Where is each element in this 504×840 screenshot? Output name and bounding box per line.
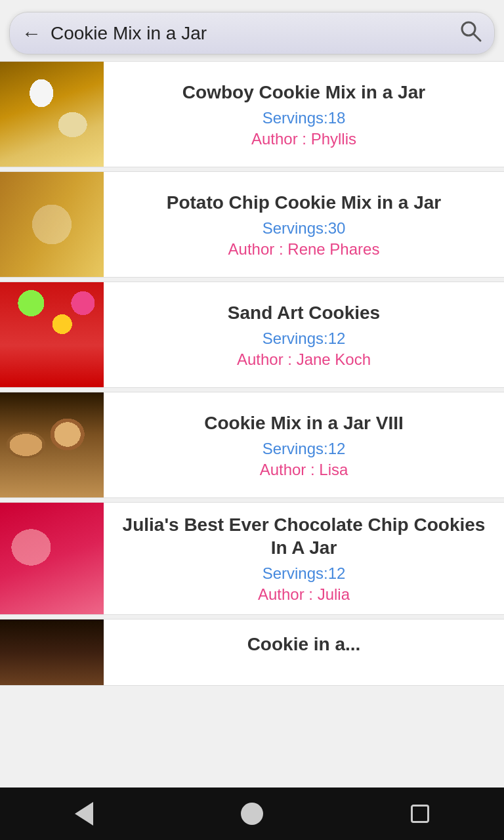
recipe-thumb-cowboy (0, 62, 104, 167)
recipe-item-last[interactable]: Cookie in a... (0, 619, 504, 686)
recipe-item-julia[interactable]: Julia's Best Ever Chocolate Chip Cookies… (0, 502, 504, 615)
recipe-servings-cowboy: Servings:18 (262, 109, 346, 127)
recipe-author-cowboy: Author : Phyllis (251, 130, 356, 148)
recipe-title-julia: Julia's Best Ever Chocolate Chip Cookies… (117, 513, 491, 559)
recipe-thumb-cookiemix8 (0, 392, 104, 497)
bottom-nav (0, 788, 504, 840)
recipe-info-last: Cookie in a... (104, 620, 504, 685)
nav-back-button[interactable] (64, 794, 104, 833)
svg-line-1 (474, 34, 480, 41)
search-query-text: Cookie Mix in a Jar (51, 23, 459, 44)
search-bar: ← Cookie Mix in a Jar (9, 12, 495, 54)
recipe-thumb-sandart (0, 282, 104, 387)
page-content: ← Cookie Mix in a Jar Cowboy Cookie Mix … (0, 12, 504, 749)
recipe-author-potato: Author : Rene Phares (228, 240, 380, 259)
recipe-info-cookiemix8: Cookie Mix in a Jar VIII Servings:12 Aut… (104, 392, 504, 497)
recipe-thumb-last (0, 620, 104, 685)
recipe-list: Cowboy Cookie Mix in a Jar Servings:18 A… (0, 61, 504, 690)
nav-home-button[interactable] (232, 794, 272, 833)
recipe-title-last: Cookie in a... (247, 633, 361, 656)
recipe-author-julia: Author : Julia (258, 585, 350, 604)
recipe-thumb-julia (0, 503, 104, 614)
recipe-author-sandart: Author : Jane Koch (237, 350, 371, 369)
recipe-info-sandart: Sand Art Cookies Servings:12 Author : Ja… (104, 282, 504, 387)
recipe-author-cookiemix8: Author : Lisa (260, 461, 348, 479)
recipe-info-cowboy: Cowboy Cookie Mix in a Jar Servings:18 A… (104, 62, 504, 167)
recent-icon (411, 805, 429, 823)
recipe-servings-potato: Servings:30 (262, 219, 346, 238)
back-button[interactable]: ← (22, 22, 41, 45)
recipe-info-julia: Julia's Best Ever Chocolate Chip Cookies… (104, 503, 504, 614)
search-icon[interactable] (459, 19, 482, 47)
nav-recent-button[interactable] (400, 794, 440, 833)
recipe-item-cowboy[interactable]: Cowboy Cookie Mix in a Jar Servings:18 A… (0, 61, 504, 167)
recipe-title-potato: Potato Chip Cookie Mix in a Jar (167, 191, 442, 214)
home-icon (241, 803, 263, 825)
recipe-info-potato: Potato Chip Cookie Mix in a Jar Servings… (104, 172, 504, 277)
recipe-title-cowboy: Cowboy Cookie Mix in a Jar (182, 81, 425, 104)
recipe-thumb-potato (0, 172, 104, 277)
recipe-item-potato[interactable]: Potato Chip Cookie Mix in a Jar Servings… (0, 171, 504, 278)
recipe-servings-julia: Servings:12 (262, 564, 346, 583)
recipe-servings-sandart: Servings:12 (262, 329, 346, 348)
recipe-servings-cookiemix8: Servings:12 (262, 440, 346, 458)
recipe-item-sandart[interactable]: Sand Art Cookies Servings:12 Author : Ja… (0, 282, 504, 388)
recipe-title-cookiemix8: Cookie Mix in a Jar VIII (204, 411, 403, 434)
recipe-item-cookiemix8[interactable]: Cookie Mix in a Jar VIII Servings:12 Aut… (0, 392, 504, 498)
recipe-title-sandart: Sand Art Cookies (228, 301, 380, 324)
back-icon (75, 802, 93, 826)
